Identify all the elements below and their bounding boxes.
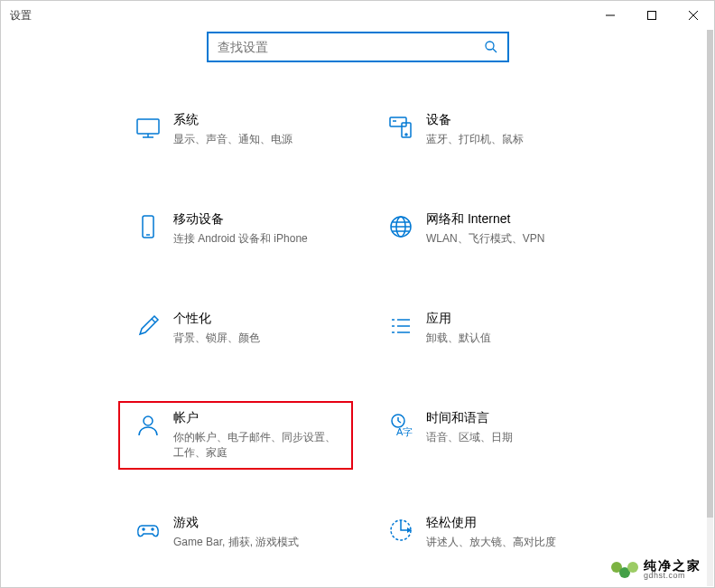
tile-desc: Game Bar, 捕获, 游戏模式: [173, 535, 344, 550]
minimize-button[interactable]: [590, 1, 631, 30]
search-wrap: [19, 32, 696, 62]
tile-title: 个性化: [173, 311, 344, 327]
scrollbar-thumb[interactable]: [707, 30, 713, 518]
search-input[interactable]: [218, 40, 484, 54]
tile-title: 设备: [426, 112, 597, 128]
close-button[interactable]: [673, 1, 714, 30]
scrollbar[interactable]: [707, 30, 713, 586]
tile-desc: 你的帐户、电子邮件、同步设置、工作、家庭: [173, 430, 342, 461]
titlebar: 设置: [1, 1, 714, 30]
tile-personalization[interactable]: 个性化 背景、锁屏、颜色: [127, 311, 344, 356]
tile-desc: 背景、锁屏、颜色: [173, 331, 344, 346]
personalization-icon: [127, 311, 168, 356]
watermark-title: 纯净之家: [644, 559, 701, 572]
settings-grid: 系统 显示、声音、通知、电源 设备 蓝牙、打印机、鼠标 移动设备 连接 Andr…: [19, 112, 696, 560]
tile-devices[interactable]: 设备 蓝牙、打印机、鼠标: [380, 112, 597, 157]
svg-rect-9: [390, 117, 406, 126]
tile-title: 系统: [173, 112, 344, 128]
svg-rect-1: [648, 12, 656, 20]
tile-accounts[interactable]: 帐户 你的帐户、电子邮件、同步设置、工作、家庭: [118, 401, 353, 470]
phone-icon: [127, 211, 168, 257]
tile-desc: 显示、声音、通知、电源: [173, 132, 344, 147]
window-title: 设置: [10, 8, 590, 23]
watermark-logo-icon: [611, 562, 638, 578]
tile-title: 应用: [426, 311, 597, 327]
tile-title: 轻松使用: [426, 515, 597, 531]
watermark: 纯净之家 gdhst.com: [611, 559, 701, 580]
tile-desc: 卸载、默认值: [426, 331, 597, 346]
svg-text:A字: A字: [396, 426, 413, 437]
svg-point-33: [143, 528, 144, 530]
tile-title: 时间和语言: [426, 410, 597, 426]
svg-line-20: [152, 319, 155, 322]
tile-ease-of-access[interactable]: 轻松使用 讲述人、放大镜、高对比度: [380, 515, 597, 560]
svg-line-30: [398, 421, 401, 423]
ease-of-access-icon: [380, 515, 421, 560]
tile-time-language[interactable]: A字 时间和语言 语音、区域、日期: [380, 410, 597, 461]
tile-desc: WLAN、飞行模式、VPN: [426, 231, 597, 247]
apps-icon: [380, 311, 421, 356]
tile-phone[interactable]: 移动设备 连接 Android 设备和 iPhone: [127, 211, 344, 257]
tile-network[interactable]: 网络和 Internet WLAN、飞行模式、VPN: [380, 211, 597, 257]
search-box[interactable]: [207, 32, 509, 62]
tile-title: 帐户: [173, 410, 342, 426]
content-area: 系统 显示、声音、通知、电源 设备 蓝牙、打印机、鼠标 移动设备 连接 Andr…: [1, 32, 714, 560]
svg-point-27: [144, 416, 153, 425]
tile-apps[interactable]: 应用 卸载、默认值: [380, 311, 597, 356]
svg-point-11: [405, 134, 407, 135]
devices-icon: [380, 112, 421, 157]
tile-desc: 蓝牙、打印机、鼠标: [426, 132, 597, 147]
maximize-button[interactable]: [631, 1, 673, 30]
tile-desc: 连接 Android 设备和 iPhone: [173, 231, 344, 247]
tile-desc: 讲述人、放大镜、高对比度: [426, 535, 597, 550]
accounts-icon: [127, 410, 168, 461]
tile-title: 网络和 Internet: [426, 211, 597, 228]
watermark-sub: gdhst.com: [644, 572, 701, 580]
tile-title: 移动设备: [173, 211, 344, 228]
gaming-icon: [127, 515, 168, 560]
system-icon: [127, 112, 168, 157]
time-language-icon: A字: [380, 410, 421, 461]
tile-gaming[interactable]: 游戏 Game Bar, 捕获, 游戏模式: [127, 515, 344, 560]
svg-line-5: [493, 49, 497, 52]
tile-title: 游戏: [173, 515, 344, 531]
tile-system[interactable]: 系统 显示、声音、通知、电源: [127, 112, 344, 157]
svg-rect-6: [137, 119, 159, 134]
search-icon: [484, 40, 498, 54]
network-icon: [380, 211, 421, 257]
svg-point-32: [152, 528, 153, 530]
window-controls: [590, 1, 714, 30]
tile-desc: 语音、区域、日期: [426, 430, 597, 445]
svg-point-4: [486, 42, 494, 50]
